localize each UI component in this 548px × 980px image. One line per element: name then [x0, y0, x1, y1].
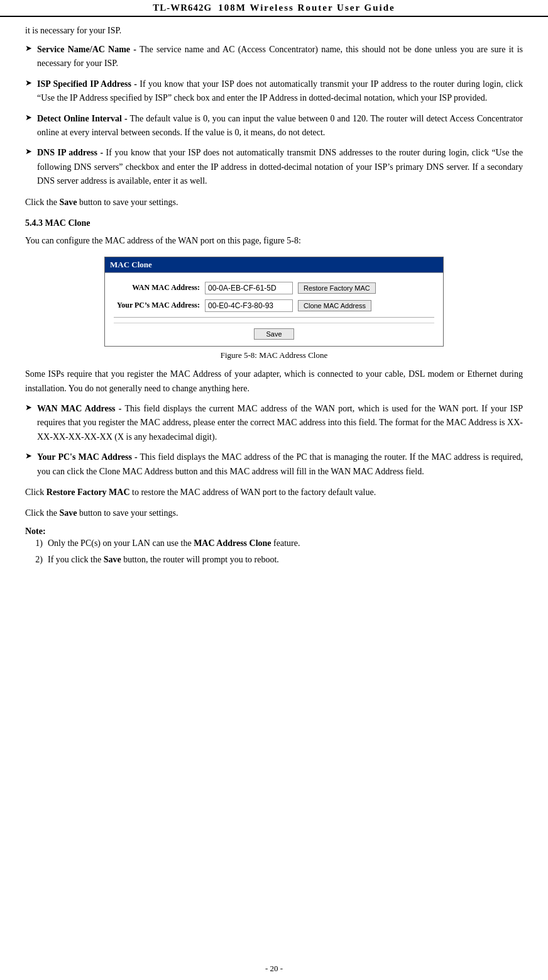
figure-mac-clone: MAC Clone WAN MAC Address: Restore Facto… — [25, 257, 523, 360]
page-header: TL-WR642G 108M Wireless Router User Guid… — [0, 0, 548, 17]
isp-para: Some ISPs require that you register the … — [25, 367, 523, 396]
bullet-arrow-1: ➤ — [25, 43, 32, 53]
note-label: Note: — [25, 526, 523, 537]
clone-mac-address-button[interactable]: Clone MAC Address — [298, 300, 371, 311]
note-list: 1) Only the PC(s) on your LAN can use th… — [25, 537, 523, 566]
bullet-label-2: ISP Specified IP Address - — [37, 79, 137, 89]
bullet-text-4: DNS IP address - If you know that your I… — [37, 146, 523, 188]
note-num-2: 2) — [25, 553, 48, 567]
bullet-arrow-4: ➤ — [25, 147, 32, 157]
pc-mac-row: Your PC’s MAC Address: Clone MAC Address — [114, 299, 434, 312]
fig-divider — [114, 317, 434, 318]
bullet-text-6: Your PC's MAC Address - This field displ… — [37, 450, 523, 479]
intro-text: it is necessary for your ISP. — [25, 23, 523, 38]
note-text-1: Only the PC(s) on your LAN can use the M… — [48, 537, 300, 550]
wan-mac-row: WAN MAC Address: Restore Factory MAC — [114, 282, 434, 294]
bullet-dns: ➤ DNS IP address - If you know that your… — [25, 146, 523, 188]
bullet-label-1: Service Name/AC Name - — [37, 45, 136, 54]
bullet-isp-ip: ➤ ISP Specified IP Address - If you know… — [25, 77, 523, 106]
bullet-arrow-6: ➤ — [25, 451, 32, 461]
save-para-2: Click the Save button to save your setti… — [25, 506, 523, 520]
bullet-detect-online: ➤ Detect Online Interval - The default v… — [25, 112, 523, 140]
bullet-pc-mac: ➤ Your PC's MAC Address - This field dis… — [25, 450, 523, 479]
note-text-2: If you click the Save button, the router… — [48, 553, 279, 567]
header-model: TL-WR642G — [153, 3, 212, 13]
note-item-1: 1) Only the PC(s) on your LAN can use th… — [25, 537, 523, 550]
mac-save-row: Save — [114, 323, 434, 340]
note-item-2: 2) If you click the Save button, the rou… — [25, 553, 523, 567]
bullet-arrow-3: ➤ — [25, 113, 32, 123]
page-footer: - 20 - — [0, 964, 548, 974]
bullet-text-5: WAN MAC Address - This field displays th… — [37, 402, 523, 444]
bullet-label-4: DNS IP address - — [37, 148, 103, 157]
bullet-arrow-5: ➤ — [25, 403, 32, 413]
wan-mac-label: WAN MAC Address: — [114, 283, 205, 292]
note-num-1: 1) — [25, 537, 48, 550]
bullet-text-3: Detect Online Interval - The default val… — [37, 112, 523, 140]
figure-caption: Figure 5-8: MAC Address Clone — [221, 350, 327, 360]
mac-clone-title: MAC Clone — [105, 257, 443, 272]
pc-mac-label: Your PC’s MAC Address: — [114, 301, 205, 310]
header-title: 108M Wireless Router User Guide — [218, 3, 395, 13]
wan-mac-input[interactable] — [205, 282, 293, 294]
mac-clone-intro: You can configure the MAC address of the… — [25, 233, 523, 248]
bullet-text-2: ISP Specified IP Address - If you know t… — [37, 77, 523, 106]
restore-para: Click Restore Factory MAC to restore the… — [25, 485, 523, 499]
bullet-label-3: Detect Online Interval - — [37, 114, 128, 123]
mac-clone-inner: WAN MAC Address: Restore Factory MAC You… — [105, 272, 443, 346]
restore-factory-mac-button[interactable]: Restore Factory MAC — [298, 282, 376, 294]
section-heading-mac-clone: 5.4.3 MAC Clone — [25, 218, 523, 228]
bullet-text-1: Service Name/AC Name - The service name … — [37, 43, 523, 71]
bullet-wan-mac: ➤ WAN MAC Address - This field displays … — [25, 402, 523, 444]
main-content: it is necessary for your ISP. ➤ Service … — [0, 23, 548, 594]
bullet-label-6: Your PC's MAC Address - — [37, 452, 138, 462]
bullet-arrow-2: ➤ — [25, 78, 32, 88]
bullet-label-5: WAN MAC Address - — [37, 404, 121, 413]
mac-save-button[interactable]: Save — [254, 328, 293, 340]
pc-mac-input[interactable] — [205, 299, 293, 312]
bullet-service-name: ➤ Service Name/AC Name - The service nam… — [25, 43, 523, 71]
mac-clone-box: MAC Clone WAN MAC Address: Restore Facto… — [104, 257, 444, 347]
save-line-1: Click the Save button to save your setti… — [25, 195, 523, 209]
